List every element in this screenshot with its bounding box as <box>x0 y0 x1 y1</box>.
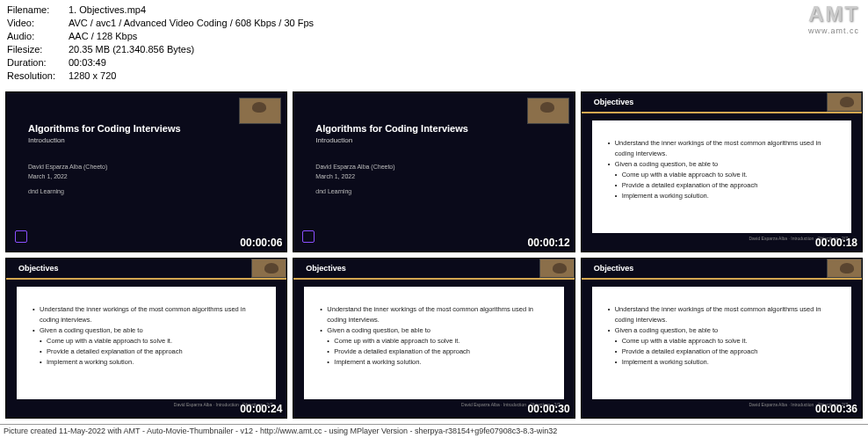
value-audio: AAC / 128 Kbps <box>69 30 861 43</box>
timestamp: 00:00:12 <box>528 237 570 249</box>
value-duration: 00:03:49 <box>69 56 861 69</box>
sub-bullet-2: Provide a detailed explanation of the ap… <box>608 180 835 190</box>
objectives-slide: Objectives Understand the inner workings… <box>582 92 862 252</box>
meta-values: 1. Objectives.mp4 AVC / avc1 / Advanced … <box>69 4 861 83</box>
bullet-2: Given a coding question, be able to <box>320 325 547 335</box>
bullet-1b: coding interviews. <box>320 315 547 325</box>
slide-date: March 1, 2022 <box>315 171 556 181</box>
content-panel: Understand the inner workings of the mos… <box>592 287 851 399</box>
sub-bullet-3: Implement a working solution. <box>608 357 835 367</box>
presenter-pip <box>539 259 575 278</box>
content-panel: Understand the inner workings of the mos… <box>304 287 563 399</box>
org-name: dnd Learning <box>28 186 269 196</box>
objectives-slide: Objectives Understand the inner workings… <box>6 259 286 418</box>
slide-heading: Algorithms for Coding Interviews <box>315 123 556 134</box>
timestamp: 00:00:36 <box>815 403 857 415</box>
label-resolution: Resolution: <box>7 69 69 83</box>
slide-header: Objectives <box>582 92 862 113</box>
thumbnail-4: Objectives Understand the inner workings… <box>5 258 287 419</box>
sub-bullet-3: Implement a working solution. <box>608 191 835 201</box>
author-block: David Esparza Alba (Cheeto) March 1, 202… <box>28 162 269 196</box>
slide-header: Objectives <box>6 259 286 280</box>
author-name: David Esparza Alba (Cheeto) <box>315 162 556 171</box>
slide-subtitle: Introduction <box>315 136 556 144</box>
logo-url: www.amt.cc <box>808 26 859 35</box>
sub-bullet-1: Come up with a viable approach to solve … <box>320 336 547 346</box>
bullet-2: Given a coding question, be able to <box>608 325 835 335</box>
value-resolution: 1280 x 720 <box>69 69 861 83</box>
bullet-1b: coding interviews. <box>608 315 835 325</box>
timestamp: 00:00:24 <box>240 403 282 415</box>
presenter-pip <box>239 98 281 124</box>
amt-logo: AMT www.amt.cc <box>808 2 859 35</box>
bullet-1: Understand the inner workings of the mos… <box>608 138 835 148</box>
slide-header: Objectives <box>293 259 574 280</box>
presenter-pip <box>251 259 286 278</box>
logo-text: AMT <box>808 2 859 26</box>
content-panel: Understand the inner workings of the mos… <box>592 120 851 233</box>
sub-bullet-1: Come up with a viable approach to solve … <box>33 336 260 346</box>
value-filename: 1. Objectives.mp4 <box>69 4 861 17</box>
author-block: David Esparza Alba (Cheeto) March 1, 202… <box>315 162 556 196</box>
bullet-1: Understand the inner workings of the mos… <box>33 304 260 314</box>
thumbnail-6: Objectives Understand the inner workings… <box>581 258 863 419</box>
value-video: AVC / avc1 / Advanced Video Coding / 608… <box>69 17 861 30</box>
slide-subtitle: Introduction <box>28 136 269 144</box>
slide-heading: Algorithms for Coding Interviews <box>28 123 269 134</box>
title-slide: Algorithms for Coding Interviews Introdu… <box>6 92 286 252</box>
timestamp: 00:00:30 <box>528 403 570 415</box>
sub-bullet-1: Come up with a viable approach to solve … <box>608 170 835 179</box>
presenter-pip <box>827 92 862 112</box>
timestamp: 00:00:06 <box>240 237 282 249</box>
presenter-pip <box>827 259 862 278</box>
sub-bullet-3: Implement a working solution. <box>320 357 547 367</box>
metadata-header: Filename: Video: Audio: Filesize: Durati… <box>0 0 868 86</box>
slide-date: March 1, 2022 <box>28 171 269 181</box>
thumbnail-2: Algorithms for Coding Interviews Introdu… <box>293 91 575 252</box>
thumbnail-5: Objectives Understand the inner workings… <box>293 258 575 419</box>
sub-bullet-3: Implement a working solution. <box>33 357 260 367</box>
label-filename: Filename: <box>7 4 69 17</box>
presenter-pip <box>527 98 569 124</box>
thumbnail-3: Objectives Understand the inner workings… <box>581 91 863 252</box>
sub-bullet-2: Provide a detailed explanation of the ap… <box>608 347 835 356</box>
label-duration: Duration: <box>7 56 69 69</box>
sub-bullet-2: Provide a detailed explanation of the ap… <box>320 347 547 356</box>
bullet-1: Understand the inner workings of the mos… <box>608 304 835 314</box>
label-audio: Audio: <box>7 30 69 43</box>
bullet-2: Given a coding question, be able to <box>33 325 260 335</box>
content-panel: Understand the inner workings of the mos… <box>17 287 276 399</box>
slide-header: Objectives <box>582 259 862 280</box>
bullet-1: Understand the inner workings of the mos… <box>320 304 547 314</box>
timestamp: 00:00:18 <box>815 237 857 249</box>
title-slide: Algorithms for Coding Interviews Introdu… <box>293 92 574 252</box>
objectives-slide: Objectives Understand the inner workings… <box>293 259 574 418</box>
d-logo-icon <box>15 230 27 243</box>
bullet-1b: coding interviews. <box>33 315 260 325</box>
label-video: Video: <box>7 17 69 30</box>
sub-bullet-1: Come up with a viable approach to solve … <box>608 336 835 346</box>
objectives-slide: Objectives Understand the inner workings… <box>582 259 862 418</box>
bullet-1b: coding interviews. <box>608 149 835 158</box>
d-logo-icon <box>302 230 315 243</box>
bullet-2: Given a coding question, be able to <box>608 159 835 169</box>
org-name: dnd Learning <box>315 186 556 196</box>
page-footer: Picture created 11-May-2022 with AMT - A… <box>0 424 868 437</box>
author-name: David Esparza Alba (Cheeto) <box>28 162 269 171</box>
meta-labels: Filename: Video: Audio: Filesize: Durati… <box>7 4 69 83</box>
label-filesize: Filesize: <box>7 43 69 56</box>
thumbnail-grid: Algorithms for Coding Interviews Introdu… <box>0 86 868 424</box>
thumbnail-1: Algorithms for Coding Interviews Introdu… <box>5 91 287 252</box>
sub-bullet-2: Provide a detailed explanation of the ap… <box>33 347 260 356</box>
value-filesize: 20.35 MB (21.340.856 Bytes) <box>69 43 861 56</box>
